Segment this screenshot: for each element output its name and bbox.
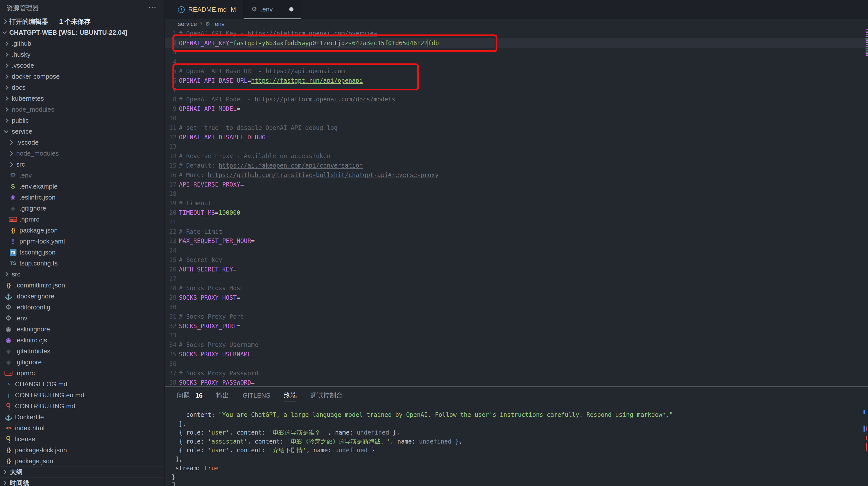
editor-line-27[interactable]: 27 <box>165 274 868 284</box>
line-content: # Socks Proxy Port <box>179 313 244 320</box>
panel-divider[interactable] <box>165 386 868 387</box>
editor-line-3[interactable]: 3 <box>165 48 868 57</box>
tree-item-.npmrc[interactable]: npm.npmrc <box>0 368 164 379</box>
project-root-row[interactable]: CHATGPT-WEB [WSL: UBUNTU-22.04] <box>0 27 164 38</box>
tree-item-.vscode[interactable]: .vscode <box>0 60 164 71</box>
tree-item-.eslintrc.cjs[interactable]: ◉.eslintrc.cjs <box>0 335 164 346</box>
outline-section[interactable]: 大纲 <box>0 466 164 478</box>
editor-line-15[interactable]: 15# Default: https://ai.fakeopen.com/api… <box>165 161 868 170</box>
editor-line-10[interactable]: 10 <box>165 114 868 123</box>
tree-item-.env[interactable]: ⚙.env <box>0 313 164 324</box>
tree-item-Dockerfile[interactable]: ⚓Dockerfile <box>0 411 164 423</box>
panel-tab-问题[interactable]: 问题16 <box>177 387 203 404</box>
editor-line-21[interactable]: 21 <box>165 218 868 227</box>
editor-line-33[interactable]: 33 <box>165 331 868 340</box>
tree-item-.npmrc[interactable]: npm.npmrc <box>0 214 164 225</box>
editor-line-12[interactable]: 12OPENAI_API_DISABLE_DEBUG= <box>165 133 868 142</box>
editor-line-36[interactable]: 36 <box>165 359 868 369</box>
tree-item-package.json[interactable]: {}package.json <box>0 456 164 466</box>
tree-item-node_modules[interactable]: node_modules <box>0 148 164 159</box>
open-editors-section[interactable]: 打开的编辑器 1 个未保存 <box>0 16 164 27</box>
editor-line-28[interactable]: 28# Socks Proxy Host <box>165 284 868 293</box>
editor-line-11[interactable]: 11# set `true` to disable OpenAI API deb… <box>165 123 868 133</box>
panel-tab-输出[interactable]: 输出 <box>216 387 229 404</box>
tree-item-label: CONTRIBUTING.en.md <box>15 391 84 399</box>
tree-item-CONTRIBUTING.md[interactable]: CONTRIBUTING.md <box>0 401 164 411</box>
more-actions-icon[interactable]: ⋯ <box>148 2 157 12</box>
code-editor[interactable]: 1# OpenAI API Key - https://platform.ope… <box>165 29 868 386</box>
tree-item-.editorconfig[interactable]: ⚙.editorconfig <box>0 302 164 313</box>
editor-line-38[interactable]: 38SOCKS_PROXY_PASSWORD= <box>165 378 868 386</box>
panel-tab-调试控制台[interactable]: 调试控制台 <box>310 387 343 404</box>
tree-item-docs[interactable]: docs <box>0 82 164 93</box>
tree-item-package-lock.json[interactable]: {}package-lock.json <box>0 445 164 456</box>
editor-line-32[interactable]: 32SOCKS_PROXY_PORT= <box>165 321 868 331</box>
tree-item-service[interactable]: service <box>0 126 164 137</box>
tree-item-CHANGELOG.md[interactable]: ◔CHANGELOG.md <box>0 379 164 390</box>
editor-line-7[interactable]: 7 <box>165 85 868 95</box>
breadcrumb-folder[interactable]: service <box>178 21 197 27</box>
editor-line-9[interactable]: 9OPENAI_API_MODEL= <box>165 104 868 114</box>
editor-line-34[interactable]: 34# Socks Proxy Username <box>165 340 868 350</box>
tab-readme[interactable]: i README.md M <box>170 0 243 19</box>
editor-line-24[interactable]: 24 <box>165 246 868 255</box>
tree-item-tsup.config.ts[interactable]: TStsup.config.ts <box>0 258 164 269</box>
tree-item-node_modules[interactable]: node_modules <box>0 104 164 115</box>
editor-line-5[interactable]: 5# OpenAI API Base URL - https://api.ope… <box>165 66 868 76</box>
minimap[interactable] <box>865 29 868 61</box>
unsaved-dot-icon[interactable] <box>289 7 293 11</box>
tree-item-src[interactable]: src <box>0 269 164 280</box>
tree-item-.husky[interactable]: .husky <box>0 49 164 60</box>
editor-line-23[interactable]: 23MAX_REQUEST_PER_HOUR= <box>165 236 868 246</box>
editor-line-2[interactable]: 2OPENAI_API_KEY=fastgpt-y6b3axfbdd5wyp01… <box>165 38 868 48</box>
tree-item-docker-compose[interactable]: docker-compose <box>0 71 164 82</box>
tree-item-.gitattributes[interactable]: ◆.gitattributes <box>0 346 164 356</box>
tree-item-kubernetes[interactable]: kubernetes <box>0 93 164 104</box>
tree-item-license[interactable]: license <box>0 433 164 445</box>
tree-item-.env.example[interactable]: $.env.example <box>0 181 164 192</box>
editor-line-1[interactable]: 1# OpenAI API Key - https://platform.ope… <box>165 29 868 38</box>
timeline-section[interactable]: 时间线 <box>0 478 164 486</box>
editor-line-30[interactable]: 30 <box>165 303 868 312</box>
editor-line-4[interactable]: 4 <box>165 57 868 66</box>
tree-item-.gitignore[interactable]: ◆.gitignore <box>0 356 164 368</box>
tree-item-.github[interactable]: .github <box>0 38 164 49</box>
panel-tab-GITLENS[interactable]: GITLENS <box>243 387 270 404</box>
editor-line-17[interactable]: 17API_REVERSE_PROXY= <box>165 180 868 189</box>
tree-item-.gitignore[interactable]: ◆.gitignore <box>0 203 164 214</box>
tree-item-CONTRIBUTING.en.md[interactable]: ↓CONTRIBUTING.en.md <box>0 390 164 401</box>
editor-line-14[interactable]: 14# Reverse Proxy - Available on accessT… <box>165 151 868 161</box>
editor-line-13[interactable]: 13 <box>165 142 868 151</box>
tree-item-public[interactable]: public <box>0 115 164 126</box>
editor-line-16[interactable]: 16# More: https://github.com/transitive-… <box>165 170 868 180</box>
tree-item-index.html[interactable]: <>index.html <box>0 423 164 433</box>
tree-item-.dockerignore[interactable]: ⚓.dockerignore <box>0 291 164 302</box>
editor-line-6[interactable]: 6OPENAI_API_BASE_URL=https://fastgpt.run… <box>165 76 868 85</box>
editor-line-26[interactable]: 26AUTH_SECRET_KEY= <box>165 265 868 274</box>
tree-item-src[interactable]: src <box>0 159 164 170</box>
editor-line-8[interactable]: 8# OpenAI API Model - https://platform.o… <box>165 95 868 105</box>
editor-line-31[interactable]: 31# Socks Proxy Port <box>165 312 868 321</box>
tree-item-tsconfig.json[interactable]: TStsconfig.json <box>0 247 164 258</box>
tree-item-.eslintignore[interactable]: ◉.eslintignore <box>0 324 164 335</box>
terminal-output[interactable]: content: "You are ChatGPT, a large langu… <box>172 410 861 486</box>
editor-line-25[interactable]: 25# Secret key <box>165 255 868 265</box>
tree-item-.vscode[interactable]: .vscode <box>0 137 164 148</box>
editor-line-18[interactable]: 18 <box>165 189 868 199</box>
editor-line-22[interactable]: 22# Rate Limit <box>165 227 868 236</box>
editor-line-29[interactable]: 29SOCKS_PROXY_HOST= <box>165 293 868 303</box>
panel-tab-终端[interactable]: 终端 <box>284 387 297 404</box>
tree-item-pnpm-lock.yaml[interactable]: !pnpm-lock.yaml <box>0 236 164 247</box>
editor-line-35[interactable]: 35SOCKS_PROXY_USERNAME= <box>165 350 868 359</box>
tab-env[interactable]: ⚙ .env <box>243 0 301 19</box>
tree-item-.env[interactable]: ⚙.env <box>0 170 164 181</box>
tree-item-package.json[interactable]: {}package.json <box>0 225 164 236</box>
breadcrumb-file[interactable]: .env <box>213 21 224 27</box>
tree-item-.commitlintrc.json[interactable]: {}.commitlintrc.json <box>0 280 164 291</box>
editor-line-37[interactable]: 37# Socks Proxy Password <box>165 369 868 378</box>
outline-label: 大纲 <box>10 468 23 477</box>
editor-line-19[interactable]: 19# timeout <box>165 199 868 208</box>
tree-item-label: node_modules <box>16 150 59 158</box>
tree-item-.eslintrc.json[interactable]: ◉.eslintrc.json <box>0 192 164 203</box>
editor-line-20[interactable]: 20TIMEOUT_MS=100000 <box>165 208 868 218</box>
